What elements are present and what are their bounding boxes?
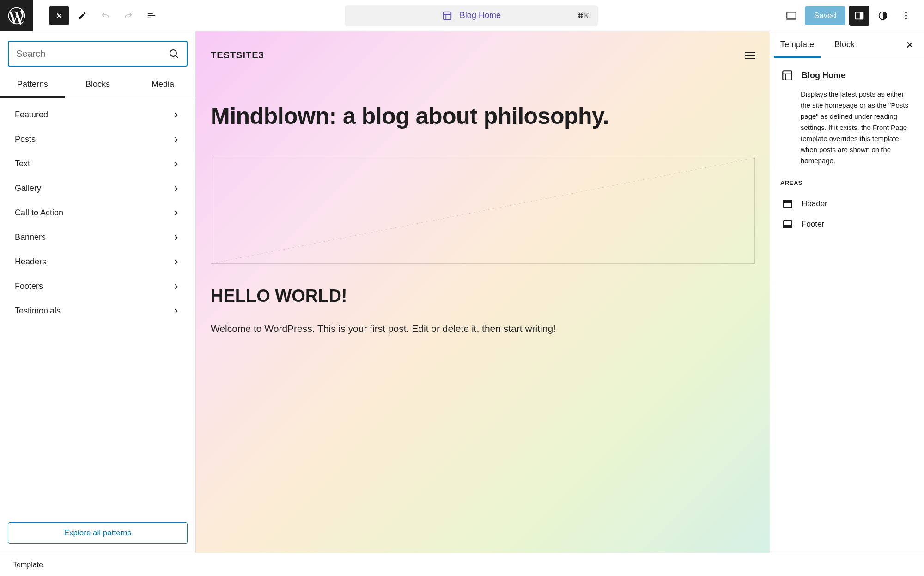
undo-icon (100, 11, 110, 21)
nav-toggle[interactable] (745, 52, 755, 59)
svg-point-8 (170, 50, 176, 56)
header-icon (782, 198, 793, 209)
category-headers[interactable]: Headers (0, 250, 195, 274)
svg-rect-0 (444, 12, 451, 19)
document-title: Blog Home (460, 11, 501, 20)
close-icon (905, 40, 915, 50)
tab-blocks[interactable]: Blocks (65, 71, 130, 98)
toolbar-right: Saved (782, 6, 924, 26)
post-excerpt[interactable]: Welcome to WordPress. This is your first… (211, 321, 755, 337)
category-call-to-action[interactable]: Call to Action (0, 201, 195, 225)
chevron-right-icon (171, 306, 181, 316)
layout-icon (442, 11, 452, 21)
chevron-right-icon (171, 257, 181, 267)
tab-block[interactable]: Block (824, 31, 865, 58)
search-box (8, 41, 188, 67)
inserter-panel: Patterns Blocks Media Featured Posts Tex… (0, 31, 196, 553)
svg-rect-3 (860, 12, 863, 19)
view-button[interactable] (782, 6, 801, 25)
wordpress-icon (6, 6, 27, 26)
chevron-right-icon (171, 208, 181, 218)
pattern-categories: Featured Posts Text Gallery Call to Acti… (0, 98, 195, 522)
document-selector[interactable]: Blog Home ⌘K (345, 5, 598, 26)
list-view-icon (146, 11, 157, 21)
site-header-block[interactable]: TESTSITE3 (211, 50, 755, 61)
category-featured[interactable]: Featured (0, 103, 195, 127)
chevron-right-icon (171, 159, 181, 169)
chevron-right-icon (171, 184, 181, 193)
svg-rect-13 (784, 226, 792, 228)
more-vertical-icon (901, 11, 911, 21)
desktop-icon (785, 10, 797, 22)
template-name: Blog Home (802, 71, 845, 80)
tools-button[interactable] (73, 6, 92, 25)
editor-canvas[interactable]: TESTSITE3 Mindblown: a blog about philos… (196, 31, 770, 553)
pencil-icon (78, 11, 87, 20)
search-input[interactable] (16, 49, 168, 59)
styles-icon (878, 11, 888, 21)
tab-template[interactable]: Template (770, 31, 824, 58)
site-title[interactable]: TESTSITE3 (211, 50, 264, 61)
svg-rect-1 (787, 12, 796, 18)
breadcrumb-bar: Template (0, 553, 924, 576)
svg-point-6 (905, 15, 907, 17)
svg-point-7 (905, 18, 907, 19)
styles-button[interactable] (873, 6, 893, 25)
area-footer[interactable]: Footer (780, 214, 914, 234)
saved-button[interactable]: Saved (805, 6, 845, 25)
template-description: Displays the latest posts as either the … (780, 89, 914, 166)
post-title[interactable]: HELLO WORLD! (211, 286, 755, 306)
tab-patterns[interactable]: Patterns (0, 71, 65, 98)
featured-image-placeholder[interactable] (211, 158, 755, 264)
footer-icon (782, 219, 793, 230)
tab-media[interactable]: Media (130, 71, 195, 98)
svg-rect-9 (783, 71, 792, 80)
options-menu-button[interactable] (896, 6, 916, 25)
settings-sidebar: Template Block Blog Home Displays the la… (770, 31, 924, 553)
chevron-right-icon (171, 110, 181, 120)
category-gallery[interactable]: Gallery (0, 176, 195, 201)
category-testimonials[interactable]: Testimonials (0, 299, 195, 323)
svg-point-5 (905, 12, 907, 13)
top-toolbar: Blog Home ⌘K Saved (0, 0, 924, 31)
category-banners[interactable]: Banners (0, 225, 195, 250)
search-icon (168, 48, 179, 59)
sidebar-tabs: Template Block (770, 31, 924, 58)
area-header[interactable]: Header (780, 194, 914, 214)
chevron-right-icon (171, 233, 181, 242)
explore-patterns-button[interactable]: Explore all patterns (8, 522, 188, 544)
hero-heading[interactable]: Mindblown: a blog about philosophy. (211, 102, 755, 130)
close-icon (55, 12, 63, 20)
category-footers[interactable]: Footers (0, 274, 195, 299)
list-view-button[interactable] (142, 6, 161, 25)
close-sidebar-button[interactable] (895, 40, 924, 50)
breadcrumb[interactable]: Template (13, 561, 43, 569)
main-area: Patterns Blocks Media Featured Posts Tex… (0, 31, 924, 553)
areas-heading: AREAS (780, 179, 914, 186)
redo-icon (123, 11, 134, 21)
undo-button[interactable] (96, 6, 115, 25)
category-posts[interactable]: Posts (0, 127, 195, 152)
svg-rect-11 (784, 200, 792, 202)
toolbar-center: Blog Home ⌘K (165, 5, 778, 26)
layout-icon (781, 69, 793, 81)
sidebar-icon (854, 11, 864, 21)
inserter-tabs: Patterns Blocks Media (0, 71, 195, 98)
chevron-right-icon (171, 282, 181, 291)
chevron-right-icon (171, 135, 181, 144)
settings-sidebar-toggle[interactable] (849, 6, 869, 26)
category-text[interactable]: Text (0, 152, 195, 176)
template-header: Blog Home (780, 68, 914, 82)
keyboard-shortcut: ⌘K (577, 12, 589, 20)
close-inserter-button[interactable] (49, 6, 69, 25)
redo-button[interactable] (119, 6, 138, 25)
wordpress-logo-button[interactable] (0, 0, 33, 31)
